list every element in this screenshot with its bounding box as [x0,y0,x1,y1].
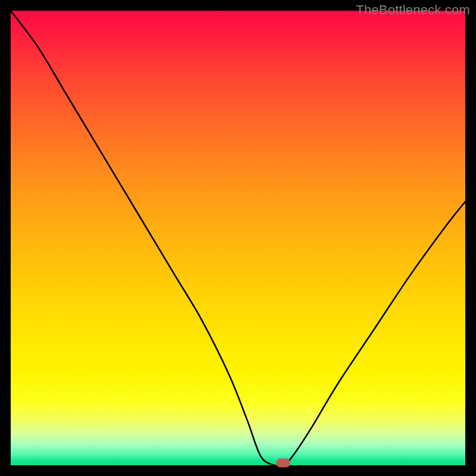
watermark-text: TheBottleneck.com [356,2,470,18]
optimal-point-marker [276,459,290,468]
chart-frame: TheBottleneck.com [0,0,476,476]
plot-area [11,11,465,465]
bottleneck-curve-line [11,11,465,465]
curve-svg [11,11,465,465]
